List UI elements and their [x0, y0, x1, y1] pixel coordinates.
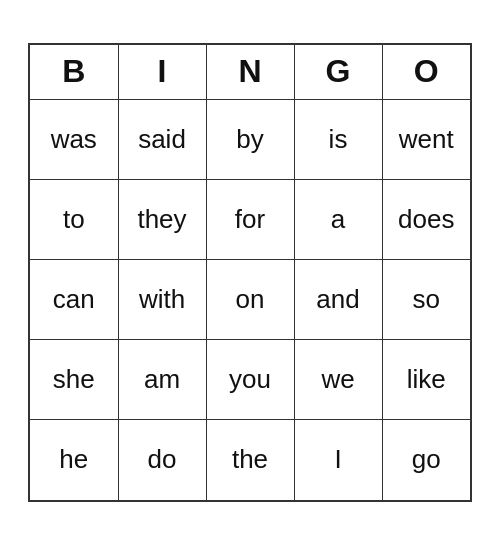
bingo-table: BINGO wassaidbyiswenttotheyforadoescanwi…: [30, 45, 470, 500]
header-cell: B: [30, 45, 118, 100]
header-cell: I: [118, 45, 206, 100]
table-cell: he: [30, 420, 118, 500]
header-cell: N: [206, 45, 294, 100]
table-cell: a: [294, 180, 382, 260]
header-cell: O: [382, 45, 470, 100]
table-cell: on: [206, 260, 294, 340]
table-cell: said: [118, 100, 206, 180]
table-cell: and: [294, 260, 382, 340]
table-cell: went: [382, 100, 470, 180]
table-row: totheyforadoes: [30, 180, 470, 260]
table-cell: does: [382, 180, 470, 260]
table-cell: like: [382, 340, 470, 420]
table-cell: by: [206, 100, 294, 180]
header-cell: G: [294, 45, 382, 100]
table-row: canwithonandso: [30, 260, 470, 340]
table-cell: you: [206, 340, 294, 420]
table-cell: the: [206, 420, 294, 500]
table-cell: for: [206, 180, 294, 260]
table-row: wassaidbyiswent: [30, 100, 470, 180]
table-cell: we: [294, 340, 382, 420]
table-cell: was: [30, 100, 118, 180]
table-cell: is: [294, 100, 382, 180]
table-cell: I: [294, 420, 382, 500]
table-cell: do: [118, 420, 206, 500]
table-row: sheamyouwelike: [30, 340, 470, 420]
table-cell: am: [118, 340, 206, 420]
table-cell: go: [382, 420, 470, 500]
table-cell: with: [118, 260, 206, 340]
header-row: BINGO: [30, 45, 470, 100]
table-cell: so: [382, 260, 470, 340]
bingo-card: BINGO wassaidbyiswenttotheyforadoescanwi…: [28, 43, 472, 502]
table-cell: they: [118, 180, 206, 260]
table-cell: can: [30, 260, 118, 340]
table-row: hedotheIgo: [30, 420, 470, 500]
table-cell: to: [30, 180, 118, 260]
table-cell: she: [30, 340, 118, 420]
